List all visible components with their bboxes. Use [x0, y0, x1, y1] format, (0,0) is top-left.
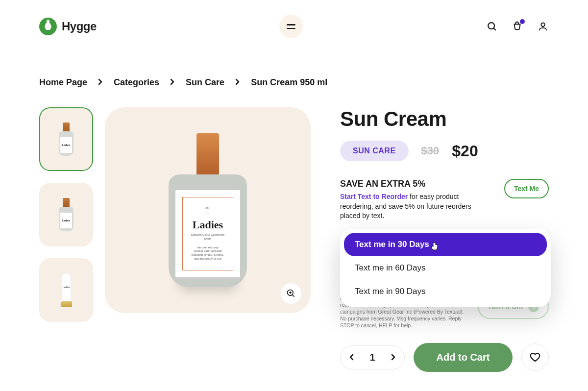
- quantity-stepper: 1: [340, 345, 405, 369]
- search-button[interactable]: [486, 21, 498, 32]
- dropdown-option-30[interactable]: Text me in 30 Days: [344, 233, 547, 256]
- zoom-in-icon: [286, 289, 296, 298]
- dropdown-option-90[interactable]: Text me in 90 Days: [344, 280, 547, 303]
- breadcrumb-item[interactable]: Categories: [114, 77, 159, 88]
- chevron-right-icon: [235, 77, 240, 88]
- category-pill[interactable]: SUN CARE: [340, 141, 409, 161]
- category-price-row: SUN CARE $30 $20: [340, 141, 549, 161]
- product-hero-image: — est. — ♡ Ladies Stationery and Cosmeti…: [105, 107, 311, 313]
- text-reorder-section: SAVE AN EXTRA 5% Start Text to Reorder f…: [340, 179, 549, 221]
- price-current: $20: [452, 142, 478, 160]
- add-to-cart-button[interactable]: Add to Cart: [414, 343, 513, 372]
- breadcrumb-item[interactable]: Sun Care: [186, 77, 224, 88]
- breadcrumb: Home Page Categories Sun Care Sun Cream …: [0, 38, 588, 88]
- brand-name: Hygge: [62, 20, 97, 33]
- breadcrumb-item[interactable]: Home Page: [39, 77, 87, 88]
- thumbnail-1[interactable]: Ladies: [39, 107, 93, 171]
- cart-button[interactable]: [512, 21, 523, 32]
- thumbnail-list: Ladies Ladies Ladies: [39, 107, 93, 372]
- thumbnail-3[interactable]: Ladies: [39, 258, 93, 322]
- hamburger-icon: [287, 24, 295, 29]
- chevron-right-icon: [98, 77, 103, 88]
- breadcrumb-current: Sun Cream 950 ml: [251, 77, 327, 88]
- price-original: $30: [421, 145, 440, 157]
- menu-toggle-button[interactable]: [279, 15, 303, 38]
- header-actions: [486, 21, 549, 32]
- thumb-label: Ladies: [61, 273, 71, 301]
- cart-indicator-dot: [520, 19, 525, 24]
- svg-line-1: [493, 28, 495, 30]
- product-gallery: Ladies Ladies Ladies — est. — ♡ Ladies S…: [39, 107, 311, 372]
- save-heading: SAVE AN EXTRA 5%: [340, 179, 492, 189]
- svg-line-4: [293, 295, 294, 297]
- svg-point-2: [541, 23, 544, 26]
- dropdown-panel: Text me in 30 Days Text me in 60 Days Te…: [340, 229, 551, 307]
- qty-increase-button[interactable]: [391, 354, 395, 361]
- product-main: Ladies Ladies Ladies — est. — ♡ Ladies S…: [0, 88, 588, 372]
- qty-decrease-button[interactable]: [349, 354, 354, 361]
- text-me-button[interactable]: Text Me: [504, 179, 549, 198]
- search-icon: [487, 21, 497, 32]
- qty-value: 1: [369, 352, 376, 363]
- dropdown-option-60[interactable]: Text me in 60 Days: [344, 256, 547, 280]
- zoom-button[interactable]: [280, 283, 302, 304]
- wishlist-button[interactable]: [521, 343, 549, 371]
- thumb-label: Ladies: [60, 137, 72, 153]
- thumb-label: Ladies: [60, 213, 72, 228]
- product-title: Sun Cream: [340, 107, 549, 131]
- thumbnail-2[interactable]: Ladies: [39, 183, 93, 246]
- user-icon: [538, 21, 548, 32]
- logo-icon: [39, 18, 57, 35]
- cart-actions: 1 Add to Cart: [340, 343, 549, 372]
- chevron-right-icon: [170, 77, 175, 88]
- save-description: Start Text to Reorder for easy product r…: [340, 192, 492, 221]
- chevron-right-icon: [391, 354, 395, 361]
- heart-icon: [529, 351, 541, 363]
- product-details: Sun Cream SUN CARE $30 $20 SAVE AN EXTRA…: [340, 107, 549, 372]
- chevron-left-icon: [349, 354, 354, 361]
- cursor-icon: [430, 242, 439, 253]
- header: Hygge: [0, 0, 588, 38]
- bottle-brand: Ladies: [193, 219, 223, 231]
- logo[interactable]: Hygge: [39, 18, 97, 35]
- account-button[interactable]: [537, 21, 549, 32]
